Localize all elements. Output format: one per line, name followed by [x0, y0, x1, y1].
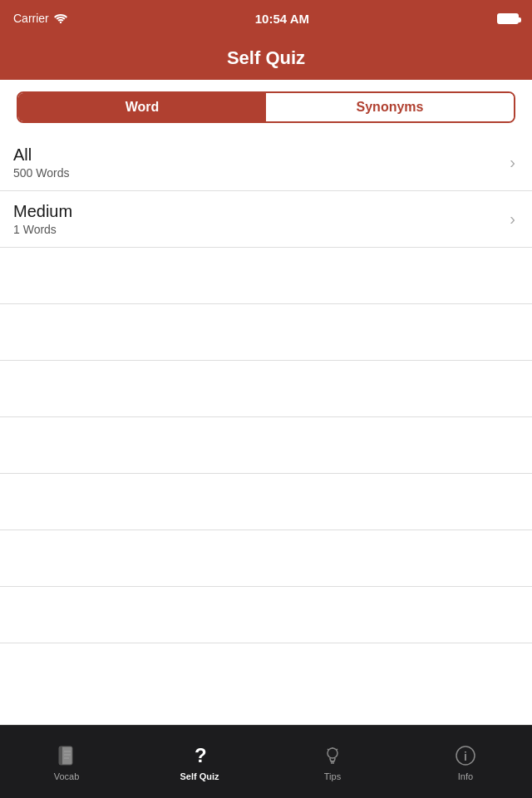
- svg-line-13: [337, 749, 337, 750]
- tab-vocab[interactable]: Vocab: [33, 743, 100, 781]
- empty-row-1: [0, 248, 532, 304]
- wifi-icon: [54, 13, 67, 23]
- status-bar-time: 10:54 AM: [255, 12, 309, 26]
- svg-rect-3: [59, 746, 62, 765]
- empty-row-6: [0, 530, 532, 587]
- list-item-medium[interactable]: Medium 1 Words ›: [0, 191, 532, 248]
- category-list: All 500 Words › Medium 1 Words ›: [0, 135, 532, 643]
- segment-word[interactable]: Word: [18, 93, 266, 121]
- tab-tips[interactable]: Tips: [299, 743, 366, 781]
- app-header: Self Quiz: [0, 37, 532, 80]
- list-item-medium-title: Medium: [13, 202, 72, 221]
- empty-row-3: [0, 361, 532, 417]
- tab-info[interactable]: i Info: [432, 743, 499, 781]
- empty-row-7: [0, 587, 532, 643]
- list-item-all[interactable]: All 500 Words ›: [0, 135, 532, 191]
- segment-synonyms[interactable]: Synonyms: [266, 93, 514, 121]
- list-item-medium-subtitle: 1 Words: [13, 223, 72, 236]
- empty-row-5: [0, 474, 532, 530]
- svg-line-12: [328, 749, 328, 750]
- chevron-icon: ›: [510, 153, 515, 172]
- status-bar-left: Carrier: [13, 12, 67, 25]
- tab-vocab-label: Vocab: [54, 771, 80, 781]
- list-item-all-subtitle: 500 Words: [13, 166, 69, 180]
- tab-bar: Vocab ? Self Quiz Tips: [0, 725, 532, 798]
- tab-tips-label: Tips: [324, 771, 341, 781]
- page-title: Self Quiz: [227, 47, 305, 69]
- svg-point-8: [328, 748, 337, 758]
- main-content: Word Synonyms All 500 Words › Medium 1 W…: [0, 80, 532, 725]
- empty-row-2: [0, 304, 532, 361]
- info-icon: i: [453, 743, 478, 768]
- question-icon: ?: [187, 743, 212, 768]
- status-bar: Carrier 10:54 AM: [0, 0, 532, 37]
- empty-row-4: [0, 417, 532, 474]
- svg-text:i: i: [464, 750, 467, 763]
- chevron-icon: ›: [510, 209, 515, 229]
- tab-selfquiz-label: Self Quiz: [180, 771, 219, 781]
- lightbulb-icon: [320, 743, 345, 768]
- svg-point-0: [60, 22, 62, 23]
- list-item-all-title: All: [13, 145, 69, 165]
- svg-text:?: ?: [195, 744, 207, 766]
- carrier-label: Carrier: [13, 12, 49, 25]
- segment-control[interactable]: Word Synonyms: [17, 91, 515, 123]
- battery-icon: [497, 13, 519, 24]
- book-icon: [54, 743, 79, 768]
- status-bar-right: [497, 13, 519, 24]
- tab-info-label: Info: [458, 771, 473, 781]
- tab-selfquiz[interactable]: ? Self Quiz: [166, 743, 233, 781]
